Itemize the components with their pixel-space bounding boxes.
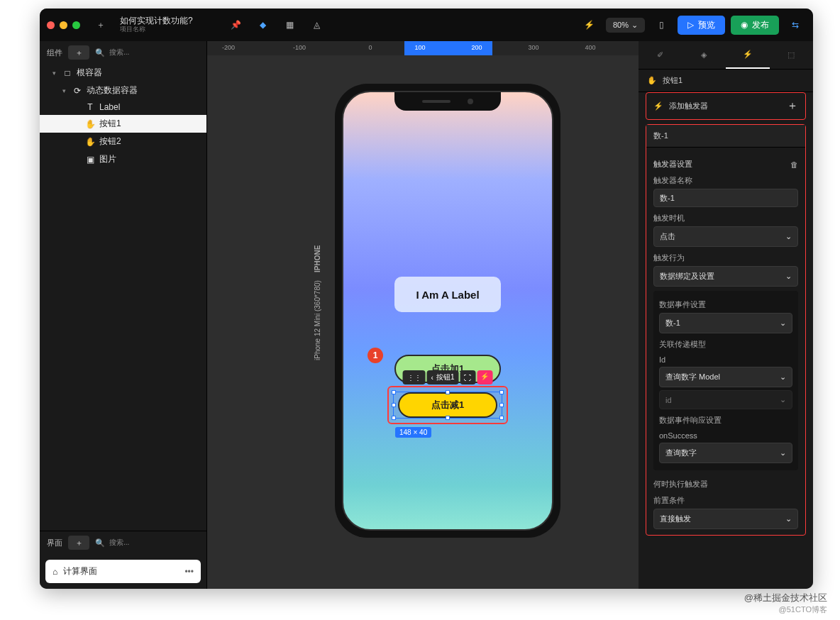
plus-icon: ＋ [787,99,798,114]
resize-handle[interactable] [392,416,396,420]
action-label: 触发行为 [653,253,798,263]
selection-action-button[interactable]: ⚡ [477,370,492,384]
tree-label: 按钮1 [99,118,121,130]
canvas-button-minus[interactable]: 点击减1 [398,392,497,418]
action-select[interactable]: 数据绑定及设置⌄ [653,266,798,287]
preview-button[interactable]: ▷ 预览 [678,16,725,35]
cube-icon: ⬚ [788,50,795,60]
caret-icon: ▾ [62,87,68,94]
selection-focus-button[interactable]: ⛶ [460,370,475,384]
selection-breadcrumb[interactable]: ‹ 按钮1 [427,370,459,384]
resize-handle[interactable] [499,416,504,420]
titlebar: ＋ 如何实现计数功能? 项目名称 📌 ◆ ▦ ◬ ⚡ 80% ⌄ ▯ ▷ 预览 … [40,9,813,41]
tree-button1-item[interactable]: ✋按钮1 [40,115,206,133]
maximize-window-button[interactable] [72,21,80,29]
brush-icon: ✐ [657,50,663,60]
resize-handle[interactable] [499,403,504,407]
tree-image-item[interactable]: ▣图片 [40,150,206,168]
selection-size-badge: 148 × 40 [395,427,431,438]
device-frame: I Am A Label 点击加1 ⋮⋮ ‹ 按钮1 ⛶ ⚡ 点击减1 [335,84,560,538]
pages-panel-header: 界面 ＋ 🔍 搜索... [40,531,206,554]
data-event-select[interactable]: 数-1⌄ [659,313,792,333]
device-screen[interactable]: I Am A Label 点击加1 ⋮⋮ ‹ 按钮1 ⛶ ⚡ 点击减1 [342,91,553,531]
hand-icon: ✋ [85,137,95,147]
resize-handle[interactable] [392,403,396,407]
name-label: 触发器名称 [653,175,798,186]
tree-label: 按钮2 [99,135,121,148]
canvas-label-widget[interactable]: I Am A Label [394,277,501,312]
inspector-selection-row: ✋ 按钮1 [639,70,813,92]
resize-handle[interactable] [392,390,396,394]
id-model-select[interactable]: 查询数字 Model⌄ [659,367,792,387]
ruler-tick: 400 [585,44,595,51]
title-text: 如何实现计数功能? [120,16,193,26]
add-trigger-button[interactable]: ⚡ 添加触发器 ＋ [646,93,805,119]
close-window-button[interactable] [47,21,55,29]
chevron-down-icon: ⌄ [780,395,786,404]
publish-button[interactable]: ◉ 发布 [731,16,779,35]
tree-label: 根容器 [77,67,102,79]
tree-label-item[interactable]: TLabel [40,99,206,115]
page-search[interactable]: 🔍 搜索... [95,538,199,548]
precond-select[interactable]: 直接触发⌄ [653,509,798,529]
tree-dynamic-container[interactable]: ▾⟳动态数据容器 [40,82,206,99]
settings-slider-icon[interactable]: ⇆ [785,14,806,35]
canvas[interactable]: -200 -100 0 100 200 300 400 500 iPhone 1… [207,41,639,589]
add-page-button[interactable]: ＋ [68,536,89,550]
resize-handle[interactable] [499,390,504,394]
layers-icon[interactable]: ◆ [253,14,274,35]
tree-label: 图片 [99,153,116,165]
bolt-icon: ⚡ [743,50,753,59]
ruler-tick: 200 [471,44,482,51]
data-event-group: 数据事件设置 数-1⌄ 关联传递模型 Id 查询数字 Model⌄ id⌄ 数据… [653,291,798,470]
add-trigger-label: 添加触发器 [669,101,708,111]
page-item-label: 计算界面 [63,565,97,577]
trigger-name-input[interactable] [653,189,798,207]
device-icon[interactable]: ▯ [651,14,672,35]
selection-toolbar: ⋮⋮ ‹ 按钮1 ⛶ ⚡ [403,370,493,384]
ruler-tick: -100 [293,44,306,51]
timing-select[interactable]: 点击⌄ [653,226,798,247]
add-icon[interactable]: ＋ [90,14,111,35]
hand-icon: ✋ [647,76,657,85]
chevron-down-icon: ⌄ [785,272,792,281]
grid-icon[interactable]: ▦ [280,14,301,35]
body: 组件 ＋ 🔍 搜索... ▾□根容器 ▾⟳动态数据容器 TLabel ✋按钮1 … [40,41,813,589]
ruler-tick: -200 [222,44,235,51]
export-icon[interactable]: ◬ [306,14,328,35]
tab-style[interactable]: ✐ [639,41,682,69]
left-sidebar: 组件 ＋ 🔍 搜索... ▾□根容器 ▾⟳动态数据容器 TLabel ✋按钮1 … [40,41,207,589]
pin-icon[interactable]: 📌 [226,14,247,35]
preview-label: 预览 [698,19,715,31]
container-icon: □ [62,68,72,78]
device-label: iPhone 12 Mini (360*780) IPHONE [314,245,321,360]
bolt-icon: ⚡ [653,101,663,111]
resize-handle[interactable] [446,416,450,420]
trigger-item-header[interactable]: 数-1 [646,125,805,148]
page-item-calculator[interactable]: ⌂ 计算界面 ••• [45,560,201,583]
tab-layers[interactable]: ◈ [682,41,726,69]
eye-icon: ◉ [741,20,748,30]
tree-root-container[interactable]: ▾□根容器 [40,64,206,82]
chevron-down-icon: ⌄ [785,232,792,241]
publish-label: 发布 [752,19,769,31]
selection-move-handle[interactable]: ⋮⋮ [403,370,426,384]
onsuccess-select[interactable]: 查询数字⌄ [659,443,792,463]
zoom-control[interactable]: 80% ⌄ [606,18,645,33]
tab-actions[interactable]: ⚡ [726,41,770,69]
resize-handle[interactable] [446,390,450,394]
add-component-button[interactable]: ＋ [68,45,89,60]
magic-icon[interactable]: ⚡ [579,14,600,35]
onsuccess-label: onSuccess [659,431,792,440]
tree-button2-item[interactable]: ✋按钮2 [40,133,206,150]
more-icon[interactable]: ••• [184,567,194,577]
component-search[interactable]: 🔍 搜索... [95,48,199,57]
tab-3d[interactable]: ⬚ [770,41,814,69]
minimize-window-button[interactable] [60,21,67,29]
delete-trigger-button[interactable]: 🗑 [790,160,798,169]
app-window: ＋ 如何实现计数功能? 项目名称 📌 ◆ ▦ ◬ ⚡ 80% ⌄ ▯ ▷ 预览 … [40,9,813,589]
timing-label: 触发时机 [653,213,798,223]
title-subtitle: 项目名称 [120,26,193,33]
device-notch [394,92,501,111]
inspector-body[interactable]: 2 ⚡ 添加触发器 ＋ 3 数-1 触发器设置 [639,92,813,589]
